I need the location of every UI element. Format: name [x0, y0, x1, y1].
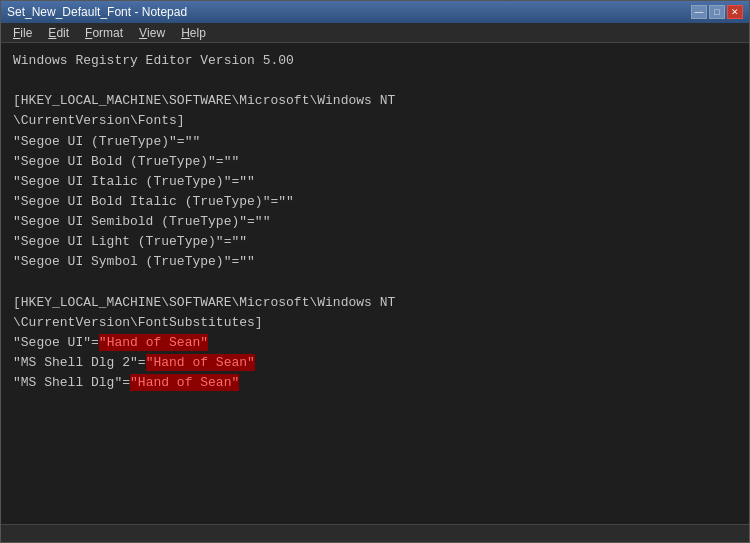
highlight-1: "Hand of Sean" — [99, 334, 208, 351]
menu-file[interactable]: File — [5, 23, 40, 42]
line-15: "MS Shell Dlg"="Hand of Sean" — [13, 373, 737, 393]
window-title: Set_New_Default_Font - Notepad — [7, 5, 187, 19]
menu-bar: File Edit Format View Help — [1, 23, 749, 43]
text-editor[interactable]: Windows Registry Editor Version 5.00 [HK… — [1, 43, 749, 524]
line-11: [HKEY_LOCAL_MACHINE\SOFTWARE\Microsoft\W… — [13, 293, 737, 313]
title-bar: Set_New_Default_Font - Notepad — □ ✕ — [1, 1, 749, 23]
highlight-3: "Hand of Sean" — [130, 374, 239, 391]
line-12: \CurrentVersion\FontSubstitutes] — [13, 313, 737, 333]
notepad-window: Set_New_Default_Font - Notepad — □ ✕ Fil… — [0, 0, 750, 543]
menu-edit[interactable]: Edit — [40, 23, 77, 42]
status-bar — [1, 524, 749, 542]
maximize-button[interactable]: □ — [709, 5, 725, 19]
line-3: \CurrentVersion\Fonts] — [13, 111, 737, 131]
line-2: [HKEY_LOCAL_MACHINE\SOFTWARE\Microsoft\W… — [13, 91, 737, 111]
line-7: "Segoe UI Bold Italic (TrueType)"="" — [13, 192, 737, 212]
line-9: "Segoe UI Light (TrueType)"="" — [13, 232, 737, 252]
line-8: "Segoe UI Semibold (TrueType)"="" — [13, 212, 737, 232]
line-empty-2 — [13, 273, 737, 293]
line-empty-1 — [13, 71, 737, 91]
line-5: "Segoe UI Bold (TrueType)"="" — [13, 152, 737, 172]
line-1: Windows Registry Editor Version 5.00 — [13, 51, 737, 71]
line-4: "Segoe UI (TrueType)"="" — [13, 132, 737, 152]
menu-format[interactable]: Format — [77, 23, 131, 42]
close-button[interactable]: ✕ — [727, 5, 743, 19]
menu-view[interactable]: View — [131, 23, 173, 42]
minimize-button[interactable]: — — [691, 5, 707, 19]
line-6: "Segoe UI Italic (TrueType)"="" — [13, 172, 737, 192]
menu-help[interactable]: Help — [173, 23, 214, 42]
highlight-2: "Hand of Sean" — [146, 354, 255, 371]
line-14: "MS Shell Dlg 2"="Hand of Sean" — [13, 353, 737, 373]
line-13: "Segoe UI"="Hand of Sean" — [13, 333, 737, 353]
window-controls: — □ ✕ — [691, 5, 743, 19]
line-10: "Segoe UI Symbol (TrueType)"="" — [13, 252, 737, 272]
